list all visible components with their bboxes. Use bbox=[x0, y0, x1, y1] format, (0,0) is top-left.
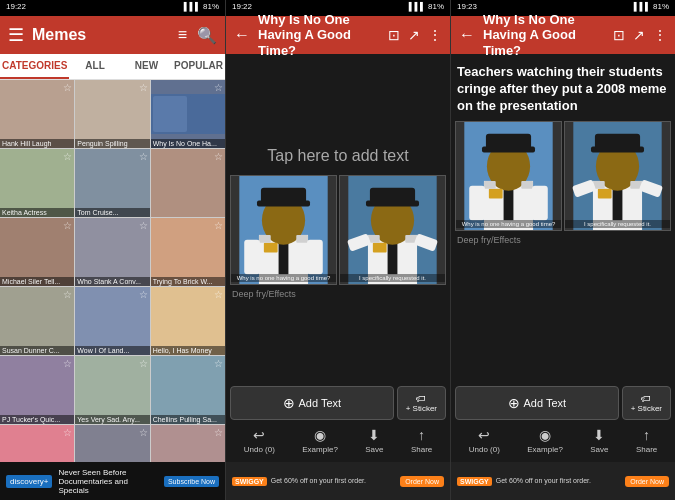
meme-cell[interactable]: ☆ Hank Hill Laugh bbox=[0, 80, 74, 148]
svg-rect-8 bbox=[296, 235, 308, 243]
plus-icon-3: ⊕ bbox=[508, 395, 520, 411]
undo-icon-3: ↩ bbox=[478, 427, 490, 443]
meme-image-1[interactable]: Why is no one having a good time? bbox=[230, 175, 337, 285]
meme-cell[interactable]: ☆ Michael Siler Tell... bbox=[0, 218, 74, 286]
star-icon: ☆ bbox=[214, 358, 223, 369]
meme-main-text: Teachers watching their students cringe … bbox=[455, 58, 671, 121]
meme-cell[interactable]: ☆ Omar Mu... (Goof... bbox=[75, 425, 149, 462]
star-icon: ☆ bbox=[139, 82, 148, 93]
sticker-icon-3: 🏷 bbox=[641, 393, 651, 404]
meme-cell[interactable]: ☆ Why Is No One Ha... bbox=[151, 80, 225, 148]
sticker-button-3[interactable]: 🏷 + Sticker bbox=[622, 386, 671, 420]
export-icon-3[interactable]: ↗ bbox=[633, 27, 645, 43]
signal-battery-1: ▌▌▌ 81% bbox=[184, 2, 219, 14]
share-button-2[interactable]: ↑ Share bbox=[411, 427, 432, 454]
undo-button-3[interactable]: ↩ Undo (0) bbox=[469, 427, 500, 454]
header-icons-1: ≡ 🔍 bbox=[178, 26, 217, 45]
add-text-button-3[interactable]: ⊕ Add Text bbox=[455, 386, 619, 420]
meme-cell[interactable]: ☆ Yes Very Sad. Any... bbox=[75, 356, 149, 424]
meme-image-2[interactable]: I specifically requested it. bbox=[339, 175, 446, 285]
meme-label: Trying To Brick W... bbox=[151, 277, 225, 286]
ad-order-button-2[interactable]: Order Now bbox=[400, 476, 444, 487]
meme-cell[interactable]: ☆ Lorenzo Pushing... bbox=[0, 425, 74, 462]
tap-text-area[interactable]: Tap here to add text bbox=[267, 137, 408, 175]
meme-label: Penguin Spilling bbox=[75, 139, 149, 148]
more-icon-3[interactable]: ⋮ bbox=[653, 27, 667, 43]
star-icon: ☆ bbox=[63, 151, 72, 162]
svg-rect-29 bbox=[484, 181, 496, 189]
export-icon-2[interactable]: ↗ bbox=[408, 27, 420, 43]
svg-rect-17 bbox=[373, 243, 387, 253]
back-icon-2[interactable]: ← bbox=[234, 26, 250, 44]
ad-banner-2: SWIGGY Get 60% off on your first order. … bbox=[226, 462, 450, 500]
example-icon-3: ◉ bbox=[539, 427, 551, 443]
meme-caption-3: Why is no one having a good time? bbox=[456, 220, 561, 228]
star-icon: ☆ bbox=[63, 358, 72, 369]
sticker-button-2[interactable]: 🏷 + Sticker bbox=[397, 386, 446, 420]
meme-label: Chellins Pulling Sa... bbox=[151, 415, 225, 424]
meme-cell[interactable]: ☆ Hello, I Has Money bbox=[151, 287, 225, 355]
svg-rect-9 bbox=[244, 240, 260, 274]
share-icon-3: ↑ bbox=[643, 427, 650, 443]
ad-subscribe-button[interactable]: Subscribe Now bbox=[164, 476, 219, 487]
svg-rect-5 bbox=[261, 188, 306, 204]
search-icon-1[interactable]: 🔍 bbox=[197, 26, 217, 45]
tab-categories[interactable]: CATEGORIES bbox=[0, 54, 69, 79]
back-icon-3[interactable]: ← bbox=[459, 26, 475, 44]
meme-label: PJ Tucker's Quic... bbox=[0, 415, 74, 424]
meme-label: Keitha Actress bbox=[0, 208, 74, 217]
meme-label: Tom Cruise... bbox=[75, 208, 149, 217]
meme-cell[interactable]: ☆ That Sign Won't S... bbox=[151, 425, 225, 462]
meme-label: Michael Siler Tell... bbox=[0, 277, 74, 286]
example-button-2[interactable]: ◉ Example? bbox=[302, 427, 338, 454]
crop-icon-2[interactable]: ⊡ bbox=[388, 27, 400, 43]
share-button-3[interactable]: ↑ Share bbox=[636, 427, 657, 454]
panel3-header: ← Why Is No One Having A Good Time? ⊡ ↗ … bbox=[451, 16, 675, 54]
svg-rect-32 bbox=[532, 185, 548, 219]
time-display-2: 19:22 bbox=[232, 2, 252, 14]
meme-cell[interactable]: ☆ Penguin Spilling bbox=[75, 80, 149, 148]
save-button-2[interactable]: ⬇ Save bbox=[365, 427, 383, 454]
tab-new[interactable]: NEW bbox=[121, 54, 172, 79]
undo-button-2[interactable]: ↩ Undo (0) bbox=[244, 427, 275, 454]
meme-cell[interactable]: ☆ Susan Dunner C... bbox=[0, 287, 74, 355]
plus-icon-2: ⊕ bbox=[283, 395, 295, 411]
list-view-icon[interactable]: ≡ bbox=[178, 26, 187, 44]
undo-icon-2: ↩ bbox=[253, 427, 265, 443]
meme-label: Why Is No One Ha... bbox=[151, 139, 225, 148]
meme-cell[interactable]: ☆ Chellins Pulling Sa... bbox=[151, 356, 225, 424]
star-icon: ☆ bbox=[214, 151, 223, 162]
meme-cell[interactable]: ☆ Keitha Actress bbox=[0, 149, 74, 217]
meme-cell[interactable]: ☆ Tom Cruise... bbox=[75, 149, 149, 217]
meme-cell[interactable]: ☆ bbox=[151, 149, 225, 217]
add-text-button-2[interactable]: ⊕ Add Text bbox=[230, 386, 394, 420]
hamburger-icon[interactable]: ☰ bbox=[8, 24, 24, 46]
ad-banner-3: SWIGGY Get 60% off on your first order. … bbox=[451, 462, 675, 500]
star-icon: ☆ bbox=[214, 289, 223, 300]
panel3-header-icons: ⊡ ↗ ⋮ bbox=[613, 27, 667, 43]
tab-popular[interactable]: POPULAR bbox=[172, 54, 225, 79]
meme-with-text-area: Teachers watching their students cringe … bbox=[451, 54, 675, 382]
meme-cell[interactable]: ☆ PJ Tucker's Quic... bbox=[0, 356, 74, 424]
ad-order-button-3[interactable]: Order Now bbox=[625, 476, 669, 487]
save-button-3[interactable]: ⬇ Save bbox=[590, 427, 608, 454]
action-row-3: ↩ Undo (0) ◉ Example? ⬇ Save ↑ Share bbox=[455, 423, 671, 458]
deep-fry-label-3: Deep fry/Effects bbox=[455, 235, 521, 245]
svg-rect-31 bbox=[469, 185, 485, 219]
signal-battery-2: ▌▌▌ 81% bbox=[409, 2, 444, 14]
star-icon: ☆ bbox=[63, 82, 72, 93]
svg-rect-10 bbox=[307, 240, 323, 274]
meme-cell[interactable]: ☆ Who Stank A Conv... bbox=[75, 218, 149, 286]
example-button-3[interactable]: ◉ Example? bbox=[527, 427, 563, 454]
tab-all[interactable]: ALL bbox=[69, 54, 120, 79]
deep-fry-label-2: Deep fry/Effects bbox=[230, 289, 296, 299]
svg-rect-39 bbox=[598, 188, 612, 198]
meme-cell[interactable]: ☆ Wow I Of Land... bbox=[75, 287, 149, 355]
more-icon-2[interactable]: ⋮ bbox=[428, 27, 442, 43]
crop-icon-3[interactable]: ⊡ bbox=[613, 27, 625, 43]
panel2-header: ← Why Is No One Having A Good Time? ⊡ ↗ … bbox=[226, 16, 450, 54]
meme-image-3[interactable]: Why is no one having a good time? bbox=[455, 121, 562, 231]
meme-cell[interactable]: ☆ Trying To Brick W... bbox=[151, 218, 225, 286]
star-icon: ☆ bbox=[139, 427, 148, 438]
meme-image-4[interactable]: I specifically requested it. bbox=[564, 121, 671, 231]
